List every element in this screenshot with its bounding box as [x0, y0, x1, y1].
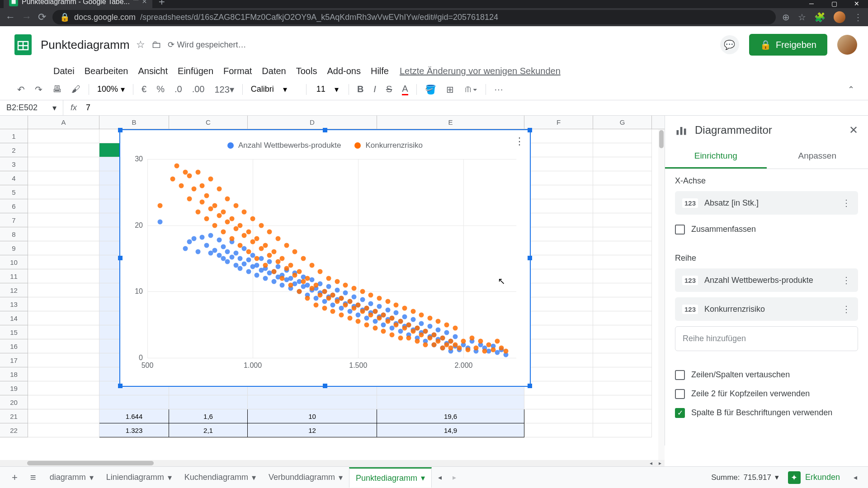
sheet-tab[interactable]: Kuchendiagramm ▾ — [178, 467, 262, 488]
x-axis-chip[interactable]: 123 Absatz [in Stk.] ⋮ — [675, 191, 858, 215]
vertical-scrollbar[interactable] — [658, 129, 665, 460]
new-tab-button[interactable]: + — [152, 0, 171, 8]
row-header[interactable]: 18 — [0, 367, 28, 381]
cell[interactable] — [524, 395, 593, 409]
cell[interactable] — [28, 269, 99, 283]
cell[interactable] — [593, 395, 652, 409]
menu-einfügen[interactable]: Einfügen — [173, 64, 218, 78]
tab-scroll-right[interactable]: ▸ — [448, 473, 461, 482]
cell[interactable] — [593, 381, 652, 395]
cell[interactable] — [593, 129, 652, 143]
cell[interactable] — [524, 353, 593, 367]
row-header[interactable]: 22 — [0, 423, 28, 437]
more-icon[interactable]: ⋮ — [842, 275, 851, 286]
cell[interactable] — [28, 367, 99, 381]
cell[interactable] — [169, 395, 248, 409]
extensions-icon[interactable]: 🧩 — [814, 12, 826, 23]
cell[interactable] — [28, 199, 99, 213]
cell[interactable] — [28, 297, 99, 311]
browser-profile-avatar[interactable] — [834, 11, 845, 23]
cell[interactable]: 1.644 — [99, 409, 169, 423]
column-header-A[interactable]: A — [28, 116, 99, 129]
cell[interactable] — [28, 395, 99, 409]
resize-handle[interactable] — [118, 128, 123, 132]
cell[interactable]: 2,1 — [169, 423, 248, 437]
select-all-corner[interactable] — [0, 116, 28, 129]
cell[interactable] — [524, 129, 593, 143]
resize-handle[interactable] — [323, 384, 327, 388]
tab-scroll-left[interactable]: ◂ — [434, 473, 446, 482]
move-icon[interactable]: 🗀 — [151, 39, 161, 51]
switch-rows-cols-checkbox[interactable]: Zeilen/Spalten vertauschen — [675, 366, 858, 385]
row-header[interactable]: 1 — [0, 129, 28, 143]
cell[interactable] — [593, 283, 652, 297]
window-minimize[interactable]: ─ — [800, 0, 823, 8]
chevron-down-icon[interactable]: ▾ — [339, 473, 343, 483]
bold-button[interactable]: B — [354, 81, 367, 97]
horizontal-scrollbar[interactable]: ◂▸ — [0, 460, 665, 466]
row-header[interactable]: 2 — [0, 143, 28, 157]
resize-handle[interactable] — [323, 128, 327, 132]
cell[interactable] — [593, 199, 652, 213]
more-icon[interactable]: ⋮ — [842, 197, 851, 208]
row-header[interactable]: 4 — [0, 171, 28, 185]
add-series-button[interactable]: Reihe hinzufügen — [675, 326, 858, 351]
chevron-down-icon[interactable]: ▾ — [90, 473, 94, 483]
cell[interactable] — [524, 185, 593, 199]
menu-tools[interactable]: Tools — [292, 64, 322, 78]
menu-bearbeiten[interactable]: Bearbeiten — [80, 64, 133, 78]
undo-button[interactable]: ↶ — [14, 81, 28, 98]
close-icon[interactable]: ✕ — [849, 124, 858, 136]
cell[interactable] — [28, 339, 99, 353]
redo-button[interactable]: ↷ — [31, 81, 46, 98]
cell[interactable]: 1.323 — [99, 423, 169, 437]
row-header[interactable]: 6 — [0, 199, 28, 213]
cell[interactable] — [524, 381, 593, 395]
cell[interactable] — [28, 185, 99, 199]
cell[interactable] — [593, 297, 652, 311]
cell[interactable] — [524, 339, 593, 353]
cell[interactable] — [524, 157, 593, 171]
column-header-G[interactable]: G — [593, 116, 652, 129]
more-button[interactable]: ⋯ — [491, 81, 507, 98]
chevron-down-icon[interactable]: ▾ — [421, 473, 425, 483]
increase-decimal-button[interactable]: .00 — [189, 81, 208, 97]
chart-object[interactable]: ⋮ Anzahl Wettbewerbs-produkteKonkurrenzr… — [119, 129, 531, 387]
tab-setup[interactable]: Einrichtung — [665, 145, 767, 169]
cell[interactable] — [28, 325, 99, 339]
menu-datei[interactable]: Datei — [49, 64, 79, 78]
star-icon[interactable]: ☆ — [136, 39, 145, 51]
menu-format[interactable]: Format — [219, 64, 256, 78]
cell[interactable] — [524, 423, 593, 437]
menu-add-ons[interactable]: Add-ons — [322, 64, 365, 78]
row-header[interactable]: 13 — [0, 297, 28, 311]
fill-color-button[interactable]: 🪣 — [421, 81, 440, 98]
cell[interactable] — [593, 227, 652, 241]
paint-format-button[interactable]: 🖌 — [68, 81, 84, 97]
cell[interactable] — [593, 269, 652, 283]
column-header-F[interactable]: F — [524, 116, 593, 129]
cell[interactable] — [593, 171, 652, 185]
font-size-select[interactable]: 11▾ — [311, 83, 344, 96]
cell[interactable] — [593, 255, 652, 269]
tab-close-icon[interactable]: × — [142, 0, 147, 6]
cell[interactable] — [28, 171, 99, 185]
menu-hilfe[interactable]: Hilfe — [366, 64, 393, 78]
column-header-C[interactable]: C — [169, 116, 248, 129]
sheet-tab[interactable]: Verbunddiagramm ▾ — [262, 467, 349, 488]
aggregate-checkbox[interactable]: Zusammenfassen — [675, 220, 858, 239]
cell[interactable]: 1,6 — [169, 409, 248, 423]
row-header[interactable]: 16 — [0, 339, 28, 353]
cell[interactable] — [593, 241, 652, 255]
zoom-select[interactable]: 100% ▾ — [94, 83, 128, 96]
cell[interactable] — [524, 255, 593, 269]
cell[interactable] — [99, 395, 169, 409]
use-colb-checkbox[interactable]: ✓ Spalte B für Beschriftungen verwenden — [675, 404, 858, 422]
cell[interactable] — [524, 283, 593, 297]
series-chip[interactable]: 123Anzahl Wettbewerbs-produkte⋮ — [675, 268, 858, 292]
merge-button[interactable]: ⫙▾ — [460, 81, 481, 97]
cell[interactable] — [28, 423, 99, 437]
cell[interactable]: 12 — [248, 423, 377, 437]
row-header[interactable]: 19 — [0, 381, 28, 395]
share-button[interactable]: 🔒 Freigeben — [749, 34, 827, 56]
